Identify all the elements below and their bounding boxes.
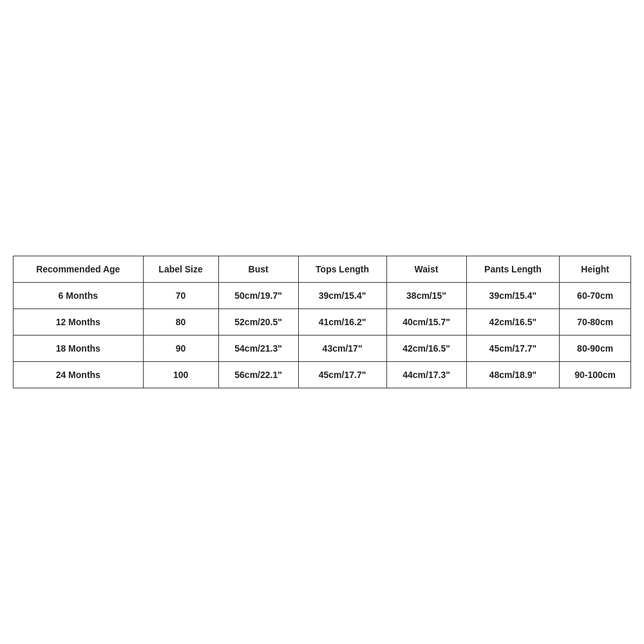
- cell-height: 90-100cm: [560, 362, 631, 388]
- cell-waist: 42cm/16.5": [386, 336, 466, 362]
- cell-pants-length: 39cm/15.4": [466, 283, 560, 309]
- cell-height: 80-90cm: [560, 336, 631, 362]
- cell-pants-length: 48cm/18.9": [466, 362, 560, 388]
- table-row: 12 Months8052cm/20.5"41cm/16.2"40cm/15.7…: [14, 309, 631, 336]
- size-chart-container: Recommended Age Label Size Bust Tops Len…: [13, 256, 631, 388]
- cell-age: 6 Months: [14, 283, 144, 309]
- col-header-tops-length: Tops Length: [298, 256, 386, 283]
- cell-tops-length: 39cm/15.4": [298, 283, 386, 309]
- table-row: 6 Months7050cm/19.7"39cm/15.4"38cm/15"39…: [14, 283, 631, 309]
- cell-pants-length: 42cm/16.5": [466, 309, 560, 336]
- cell-label-size: 100: [143, 362, 218, 388]
- col-header-bust: Bust: [218, 256, 298, 283]
- cell-tops-length: 45cm/17.7": [298, 362, 386, 388]
- col-header-height: Height: [560, 256, 631, 283]
- cell-waist: 44cm/17.3": [386, 362, 466, 388]
- cell-label-size: 90: [143, 336, 218, 362]
- cell-bust: 54cm/21.3": [218, 336, 298, 362]
- cell-height: 70-80cm: [560, 309, 631, 336]
- col-header-age: Recommended Age: [14, 256, 144, 283]
- cell-age: 12 Months: [14, 309, 144, 336]
- cell-waist: 38cm/15": [386, 283, 466, 309]
- cell-tops-length: 43cm/17": [298, 336, 386, 362]
- cell-waist: 40cm/15.7": [386, 309, 466, 336]
- col-header-waist: Waist: [386, 256, 466, 283]
- cell-bust: 52cm/20.5": [218, 309, 298, 336]
- cell-bust: 56cm/22.1": [218, 362, 298, 388]
- col-header-pants-length: Pants Length: [466, 256, 560, 283]
- cell-tops-length: 41cm/16.2": [298, 309, 386, 336]
- cell-pants-length: 45cm/17.7": [466, 336, 560, 362]
- col-header-label-size: Label Size: [143, 256, 218, 283]
- table-row: 24 Months10056cm/22.1"45cm/17.7"44cm/17.…: [14, 362, 631, 388]
- cell-label-size: 70: [143, 283, 218, 309]
- size-chart-table: Recommended Age Label Size Bust Tops Len…: [13, 256, 631, 388]
- cell-label-size: 80: [143, 309, 218, 336]
- cell-bust: 50cm/19.7": [218, 283, 298, 309]
- table-header-row: Recommended Age Label Size Bust Tops Len…: [14, 256, 631, 283]
- table-row: 18 Months9054cm/21.3"43cm/17"42cm/16.5"4…: [14, 336, 631, 362]
- cell-age: 18 Months: [14, 336, 144, 362]
- cell-age: 24 Months: [14, 362, 144, 388]
- cell-height: 60-70cm: [560, 283, 631, 309]
